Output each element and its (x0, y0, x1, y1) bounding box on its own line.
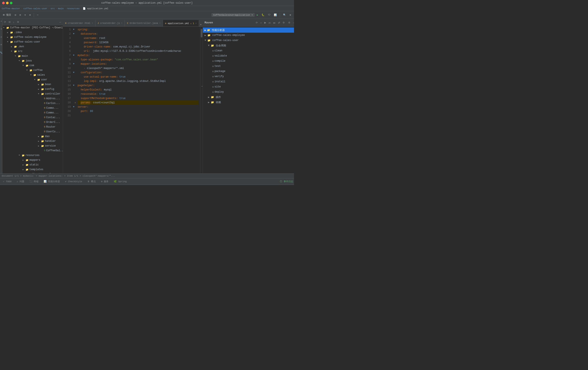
maven-lifecycle-deploy[interactable]: ⚙ deploy (203, 89, 294, 94)
maven-lifecycle-site[interactable]: ⚙ site (203, 84, 294, 89)
tree-templates[interactable]: ▶ 📁 templates (2, 167, 63, 172)
proj-sort[interactable]: ↕ (12, 21, 15, 24)
fold-11[interactable]: ▼ (73, 71, 74, 74)
tabs-more[interactable]: ▾ (199, 23, 202, 26)
code-editor[interactable]: spring: datasource: username: root passw… (76, 27, 200, 173)
toolbar-run[interactable]: ▶ (255, 13, 260, 17)
sidebar-icon-3[interactable]: ⚙ (0, 36, 2, 38)
close-button[interactable] (2, 2, 5, 4)
fold-1[interactable]: ▼ (73, 28, 74, 31)
toolbar-sort[interactable]: ≡ (23, 13, 27, 17)
proj-close[interactable]: ─ (58, 21, 62, 24)
maven-run[interactable]: ▶ (263, 21, 267, 24)
fold-7[interactable]: ▼ (73, 54, 74, 57)
tree-resources[interactable]: ▼ 📁 resources (2, 153, 63, 158)
tree-dao[interactable]: ▶ 📁 dao (2, 134, 63, 139)
breadcrumb-coffee-master[interactable]: Coffee-master (2, 7, 20, 10)
toolbar-debug[interactable]: 🐛 (260, 13, 266, 17)
tree-com[interactable]: ▼ 📁 com (2, 63, 63, 68)
tree-employee[interactable]: ▶ 📁 coffee-sales-employee (2, 35, 63, 40)
maven-refresh[interactable]: ⟳ (255, 21, 259, 24)
close-tab-yaml[interactable]: × (195, 22, 197, 25)
proj-sync[interactable]: ⟳ (3, 20, 7, 24)
tab-problems[interactable]: ⚠ 问题 (15, 179, 26, 184)
tree-config[interactable]: ▶ 📁 config (2, 87, 63, 92)
breadcrumb-coffee-sales-user[interactable]: coffee-sales-user (23, 7, 47, 10)
fold-9[interactable]: ▼ (73, 63, 74, 65)
tab-todo[interactable]: ✓ TODO (1, 180, 14, 183)
tab-profiler[interactable]: 📊 性能分析器 (42, 179, 62, 184)
maven-minus[interactable]: ─ (292, 21, 294, 24)
close-tab-html[interactable]: × (92, 22, 93, 24)
tree-userco[interactable]: © UserCo... (2, 129, 63, 134)
tab-terminal[interactable]: ⬛ 终端 (27, 179, 41, 184)
tab-services[interactable]: ⚙ 服务 (99, 179, 111, 184)
breadcrumb-main[interactable]: main (58, 7, 64, 10)
toolbar-search[interactable]: 🔍 (282, 13, 287, 17)
tab-spring[interactable]: 🌿 Spring (112, 180, 129, 183)
maven-settings2[interactable]: ⚙ (287, 21, 291, 24)
editor-area[interactable]: 1 2 3 4 5 6 7 8 9 10 11 12 13 14 15 16 1… (63, 27, 203, 173)
tree-contac[interactable]: © Contac... (2, 115, 63, 120)
toolbar-coverage[interactable]: 🛡 (267, 13, 272, 17)
window-controls[interactable] (2, 2, 12, 4)
tree-coffee[interactable]: ▼ 📁 coffee (2, 68, 63, 73)
toolbar-app-selector[interactable]: CoffeeSalesUserApplication ▾ (211, 13, 255, 17)
tree-commo1[interactable]: © Commo... (2, 106, 63, 111)
tree-user-pkg[interactable]: ▼ 📁 user (2, 77, 63, 82)
toolbar-profile[interactable]: 📊 (273, 13, 278, 17)
tree-sales[interactable]: ▼ 📁 sales (2, 73, 63, 77)
maven-item-employee[interactable]: ▶ 📁 coffee-sales-employee (203, 33, 294, 38)
maven-lifecycle-package[interactable]: ⚙ package (203, 69, 294, 74)
toolbar-settings[interactable]: ⚙ (28, 13, 32, 17)
scroll-track[interactable]: ─ (200, 27, 203, 173)
tree-orderc[interactable]: © OrderC... (2, 120, 63, 125)
toolbar-minus[interactable]: ─ (36, 13, 40, 17)
maven-item-lifecycle[interactable]: ▼ 📁 生命周期 (203, 43, 294, 48)
maven-settings[interactable]: ⚙ (282, 21, 286, 24)
tree-router[interactable]: © Router (2, 125, 63, 129)
tree-static[interactable]: ▶ 📁 static (2, 163, 63, 167)
tab-application-yml[interactable]: ⚙ application.yml ⚠ 1 × (163, 20, 199, 26)
tree-src[interactable]: ▼ 📁 src (2, 49, 63, 54)
maven-lifecycle-install[interactable]: ⚙ install (203, 79, 294, 84)
tab-createorder-html[interactable]: H createOrder.html × (63, 20, 95, 26)
tree-bean[interactable]: ▶ 📁 bean (2, 82, 63, 87)
tab-ordercontroller[interactable]: C OrderController.java × (125, 20, 163, 26)
tab-createorder-js[interactable]: J createOrder.js × (95, 20, 125, 26)
tree-java[interactable]: ▼ 📁 java (2, 58, 63, 63)
tree-root[interactable]: ▼ 📁 Coffee-master [POI-Coffee] ~/Downlo.… (2, 25, 63, 30)
tree-main[interactable]: ▼ 📁 main (2, 54, 63, 58)
maven-lifecycle-verify[interactable]: ⚙ verify (203, 74, 294, 79)
maven-lifecycle-validate[interactable]: ⚙ validate (203, 53, 294, 58)
maximize-button[interactable] (10, 2, 12, 4)
maven-item-user[interactable]: ▼ 📁 coffee-sales-user (203, 38, 294, 43)
sidebar-icon-2[interactable]: ◈ (0, 28, 2, 30)
sidebar-icon-5[interactable]: 🔧 (0, 51, 2, 54)
tree-carcon[interactable]: © CarCon... (2, 101, 63, 106)
proj-settings[interactable]: ⚙ (16, 20, 20, 24)
fold-19[interactable]: ▼ (73, 106, 74, 108)
maven-m[interactable]: m (268, 21, 272, 24)
sidebar-icon-4[interactable]: ⊞ (0, 44, 2, 45)
tree-controller[interactable]: ▼ 📁 controller (2, 92, 63, 96)
proj-collapse-all[interactable]: ⊟ (8, 20, 11, 24)
tree-coffesal[interactable]: © CoffeeSal... (2, 148, 63, 153)
maven-skip[interactable]: ⏭ (272, 21, 276, 24)
tree-mappers[interactable]: ▶ 📁 mappers (2, 158, 63, 163)
maven-lifecycle-compile[interactable]: ⚙ compile (203, 58, 294, 64)
breadcrumb-resources[interactable]: resources (67, 7, 80, 10)
scroll-thumb[interactable] (201, 29, 202, 37)
tab-breakpoints[interactable]: ⏸ 断点 (85, 179, 98, 184)
tree-service[interactable]: ▶ 📁 service (2, 144, 63, 148)
tree-handler[interactable]: ▶ 📁 handler (2, 139, 63, 144)
breadcrumb-src[interactable]: src (51, 7, 55, 10)
maven-toggle[interactable]: ⇄ (277, 21, 281, 24)
toolbar-collapse[interactable]: ⊟ (18, 13, 22, 17)
tree-idea[interactable]: ▶ 📁 .idea (2, 30, 63, 35)
close-tab-js[interactable]: × (121, 22, 123, 24)
toolbar-config[interactable]: ⚙ (288, 13, 292, 17)
breadcrumb-file[interactable]: 📄 application.yml (83, 7, 108, 10)
close-tab-java[interactable]: × (159, 22, 160, 24)
tree-mvn[interactable]: ▶ 📁 .mvn (2, 44, 63, 49)
